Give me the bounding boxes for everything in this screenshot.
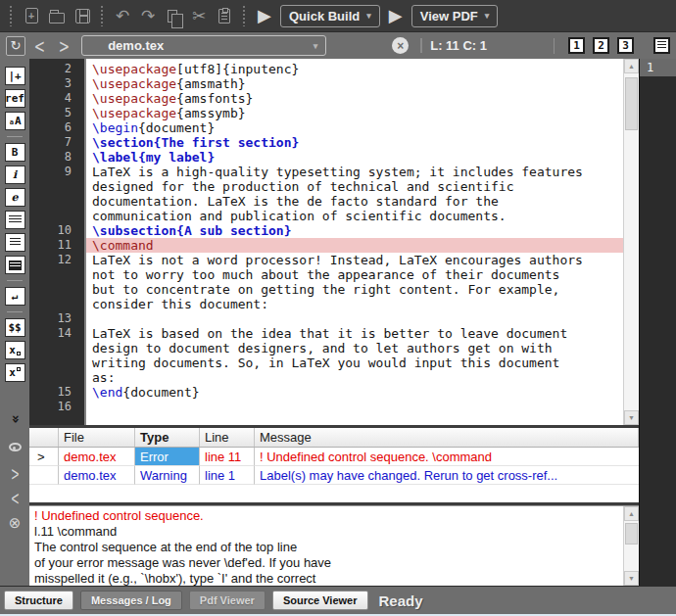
editor-view-1-button[interactable]: 1: [568, 37, 585, 54]
paste-button[interactable]: [212, 3, 237, 28]
editor-line-9[interactable]: 9LaTeX is a high-quality typesetting sys…: [29, 165, 623, 179]
collapse-double-chevron-icon[interactable]: «: [7, 414, 23, 423]
editor-view-3-button[interactable]: 3: [617, 37, 634, 54]
ref-icon[interactable]: ref: [5, 89, 25, 108]
subscript-icon[interactable]: x: [5, 341, 25, 359]
redo-button[interactable]: ↷: [135, 3, 161, 28]
eye-icon[interactable]: [9, 437, 22, 457]
editor-line-wrap[interactable]: design to document designers, and to let…: [29, 341, 623, 355]
editor-line-16[interactable]: 16: [29, 400, 623, 414]
run-quick-build-button[interactable]: ▶: [252, 3, 277, 28]
toolbar-grip[interactable]: [9, 5, 14, 26]
editor-line-wrap[interactable]: writing documents. So, in LaTeX you woul…: [29, 355, 623, 370]
new-document-button[interactable]: +: [19, 3, 44, 28]
save-button[interactable]: [70, 3, 95, 28]
editor-line-13[interactable]: 13: [29, 311, 623, 326]
nav-forward-button[interactable]: >: [55, 33, 73, 57]
panel-button-source-viewer[interactable]: Source Viewer: [272, 591, 368, 610]
editor-scrollbar[interactable]: ▲ ▼: [623, 59, 639, 425]
editor-line-8[interactable]: 8\label{my label}: [29, 150, 623, 165]
cut-button[interactable]: ✂: [186, 3, 212, 28]
table-row[interactable]: demo.texWarningline 1Label(s) may have c…: [29, 466, 639, 485]
scroll-up-icon[interactable]: ▲: [624, 506, 639, 521]
align-center-icon[interactable]: [5, 233, 25, 252]
panel-button-messages-log[interactable]: Messages / Log: [80, 591, 182, 610]
font-size-icon[interactable]: ₐA: [5, 112, 25, 130]
editor-line-2[interactable]: 2\usepackage[utf8]{inputenc}: [29, 62, 623, 76]
column-header[interactable]: [29, 428, 59, 447]
editor-line-wrap[interactable]: as:: [29, 370, 623, 385]
log-output[interactable]: ! Undefined control sequence.l.11 \comma…: [29, 506, 623, 586]
panel-button-structure[interactable]: Structure: [4, 591, 73, 610]
editor-line-wrap[interactable]: consider this document:: [29, 297, 623, 311]
editor-line-7[interactable]: 7\section{The first section}: [29, 135, 623, 150]
scroll-up-icon[interactable]: ▲: [624, 59, 639, 73]
newline-icon[interactable]: ↵: [5, 287, 25, 306]
copy-button[interactable]: [161, 3, 186, 28]
pdf-viewer-body[interactable]: [640, 76, 676, 586]
editor-line-wrap[interactable]: not to worry too much about the appearan…: [29, 267, 623, 282]
cell-line[interactable]: line 11: [200, 448, 255, 466]
align-left-icon[interactable]: [5, 211, 25, 229]
scroll-thumb[interactable]: [625, 77, 638, 130]
cell-file[interactable]: demo.tex: [59, 448, 135, 466]
bold-icon[interactable]: B: [5, 143, 25, 162]
editor-line-14[interactable]: 14LaTeX is based on the idea that it is …: [29, 326, 623, 341]
run-view-pdf-button[interactable]: ▶: [383, 3, 409, 28]
cell-message[interactable]: Label(s) may have changed. Rerun to get …: [255, 466, 639, 485]
cell-line[interactable]: line 1: [200, 466, 255, 485]
open-file-select[interactable]: demo.tex ▾: [81, 35, 326, 56]
table-row[interactable]: >demo.texErrorline 11! Undefined control…: [29, 448, 639, 466]
scroll-down-icon[interactable]: ▼: [624, 571, 639, 586]
undo-button[interactable]: ↶: [110, 3, 135, 28]
sync-button[interactable]: ↻: [6, 36, 25, 56]
editor-line-12[interactable]: 12LaTeX is not a word processor! Instead…: [29, 253, 623, 267]
cell-type[interactable]: Warning: [135, 466, 200, 485]
editor-rows[interactable]: 2\usepackage[utf8]{inputenc}3\usepackage…: [29, 59, 623, 425]
align-justify-icon[interactable]: [5, 256, 25, 274]
scroll-track[interactable]: [624, 73, 639, 410]
editor-line-3[interactable]: 3\usepackage{amsmath}: [29, 76, 623, 91]
column-header-message[interactable]: Message: [255, 428, 639, 447]
toolbar-grip[interactable]: [242, 5, 247, 26]
cell-message[interactable]: ! Undefined control sequence. \command: [255, 448, 639, 466]
insert-item-icon[interactable]: |+: [5, 67, 25, 85]
editor-line-5[interactable]: 5\usepackage{amssymb}: [29, 106, 623, 120]
nav-back-button[interactable]: <: [30, 33, 49, 57]
editor-line-wrap[interactable]: documentation. LaTeX is the de facto sta…: [29, 194, 623, 209]
source-editor[interactable]: 2\usepackage[utf8]{inputenc}3\usepackage…: [29, 59, 639, 425]
italic-icon: i: [13, 168, 17, 181]
editor-view-2-button[interactable]: 2: [593, 37, 609, 54]
scroll-track[interactable]: [624, 521, 639, 571]
editor-line-11[interactable]: 11\command: [29, 238, 623, 253]
list-lines-button[interactable]: [653, 37, 670, 54]
editor-line-6[interactable]: 6\begin{document}: [29, 120, 623, 135]
editor-line-10[interactable]: 10\subsection{A sub section}: [29, 223, 623, 238]
editor-line-wrap[interactable]: communication and publication of scienti…: [29, 209, 623, 223]
editor-line-wrap[interactable]: designed for the production of technical…: [29, 179, 623, 194]
column-header-line[interactable]: Line: [200, 428, 255, 447]
math-mode-icon[interactable]: $$: [5, 318, 25, 337]
cell-file[interactable]: demo.tex: [59, 466, 135, 485]
panel-button-pdf-viewer[interactable]: Pdf Viewer: [189, 591, 266, 610]
column-header-file[interactable]: File: [59, 428, 135, 447]
toolbar-grip[interactable]: [100, 5, 105, 26]
editor-line-15[interactable]: 15\end{document}: [29, 385, 623, 400]
cell-type[interactable]: Error: [135, 448, 200, 466]
quick-build-select[interactable]: Quick Build ▾: [280, 5, 380, 27]
italic-icon[interactable]: i: [5, 166, 25, 184]
log-scrollbar[interactable]: ▲ ▼: [623, 506, 639, 586]
column-header-type[interactable]: Type: [135, 428, 200, 447]
open-folder-button[interactable]: [44, 3, 70, 28]
scroll-thumb[interactable]: [625, 523, 638, 545]
scroll-down-icon[interactable]: ▼: [624, 410, 639, 425]
emphasis-icon[interactable]: e: [5, 188, 25, 207]
next-chevron-icon[interactable]: >: [11, 462, 19, 484]
editor-line-wrap[interactable]: but to concentrate on getting the right …: [29, 282, 623, 297]
editor-line-4[interactable]: 4\usepackage{amsfonts}: [29, 91, 623, 106]
superscript-icon[interactable]: x: [5, 363, 25, 382]
view-pdf-select[interactable]: View PDF ▾: [411, 5, 499, 27]
close-document-button[interactable]: ×: [392, 37, 409, 54]
stop-icon[interactable]: ⊗: [9, 514, 22, 532]
prev-chevron-icon[interactable]: <: [11, 487, 19, 508]
